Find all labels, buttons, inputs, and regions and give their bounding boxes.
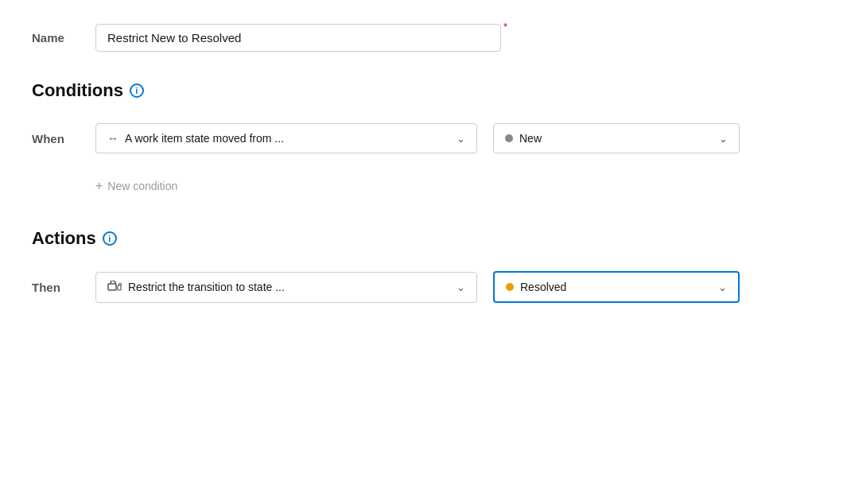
state-resolved-dropdown[interactable]: Resolved ⌄ [493,271,740,303]
when-label: When [32,132,80,145]
when-row: When ↔ A work item state moved from ... … [32,123,819,153]
state-new-dropdown[interactable]: New ⌄ [493,123,740,153]
new-condition-label: New condition [107,180,177,192]
conditions-info-icon[interactable]: i [130,83,144,98]
plus-icon: + [95,179,103,193]
name-input[interactable] [95,24,501,52]
then-row: Then Restrict the transition to state ..… [32,271,819,303]
resolved-state-dot [506,283,514,291]
condition-chevron-icon: ⌄ [457,133,465,145]
actions-header: Actions i [32,228,819,249]
state-new-chevron-icon: ⌄ [719,133,728,145]
new-state-dot [505,134,513,142]
actions-section: Actions i Then Restrict [32,228,819,303]
new-condition-button[interactable]: + New condition [95,173,819,200]
then-label: Then [32,281,80,294]
restrict-icon [107,281,122,294]
action-dropdown-text: Restrict the transition to state ... [128,281,285,293]
svg-rect-0 [108,284,116,290]
action-dropdown[interactable]: Restrict the transition to state ... ⌄ [95,272,477,303]
condition-dropdown[interactable]: ↔ A work item state moved from ... ⌄ [95,123,477,153]
required-indicator: * [503,21,507,33]
state-resolved-text: Resolved [520,281,566,293]
action-chevron-icon: ⌄ [457,281,465,293]
svg-rect-1 [118,285,121,290]
state-new-text: New [519,132,542,145]
actions-title: Actions [32,228,96,249]
conditions-section: Conditions i When ↔ A work item state mo… [32,80,819,200]
state-resolved-chevron-icon: ⌄ [718,281,727,293]
actions-info-icon[interactable]: i [103,231,117,246]
name-input-wrapper: * [95,24,501,52]
conditions-title: Conditions [32,80,123,101]
name-label: Name [32,31,80,45]
name-row: Name * [32,24,819,52]
swap-icon: ↔ [107,132,119,145]
condition-dropdown-text: A work item state moved from ... [125,132,284,145]
conditions-header: Conditions i [32,80,819,101]
